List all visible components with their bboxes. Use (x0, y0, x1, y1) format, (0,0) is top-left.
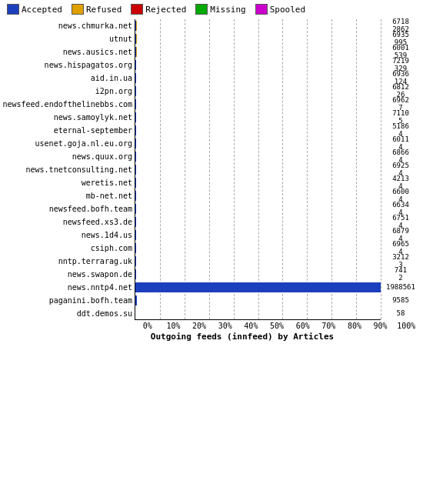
y-label-5: i2pn.org (4, 85, 135, 98)
bar-accepted-6 (135, 99, 136, 109)
y-label-10: news.quux.org (4, 150, 135, 163)
y-label-2: news.ausics.net (4, 45, 135, 58)
legend-item-rejected: Rejected (131, 4, 186, 15)
y-label-11: news.tnetconsulting.net (4, 163, 135, 176)
bar-row-7 (135, 111, 381, 124)
bar-accepted-14 (135, 204, 136, 214)
bar-accepted-12 (135, 178, 136, 188)
y-label-19: news.swapon.de (4, 268, 135, 281)
legend: AcceptedRefusedRejectedMissingSpooled (4, 4, 419, 15)
bar-row-10 (135, 150, 381, 163)
bar-row-5 (135, 85, 381, 98)
bar-accepted-10 (135, 152, 136, 162)
bar-accepted-18 (135, 256, 136, 266)
y-label-6: newsfeed.endofthelinebbs.com (4, 98, 135, 111)
bar-row-14 (135, 202, 381, 215)
x-tick-0: 0% (135, 322, 161, 330)
legend-color-refused (72, 4, 84, 15)
y-label-7: news.samoylyk.net (4, 111, 135, 124)
bar-row-9 (135, 137, 381, 150)
val-row-19: 7412 (381, 268, 419, 281)
bar-row-8 (135, 124, 381, 137)
y-label-8: eternal-september (4, 124, 135, 137)
legend-label-rejected: Rejected (145, 5, 186, 15)
y-label-1: utnut (4, 32, 135, 45)
legend-label-accepted: Accepted (22, 5, 62, 15)
values-area: 6718286269359956001539721932969361246812… (381, 19, 419, 320)
bar-row-4 (135, 72, 381, 85)
legend-item-refused: Refused (72, 4, 122, 15)
bars-area (135, 19, 381, 320)
y-label-18: nntp.terrarag.uk (4, 255, 135, 268)
x-tick-10: 100% (393, 322, 419, 330)
x-tick-2: 20% (186, 322, 212, 330)
y-label-22: ddt.demos.su (4, 307, 135, 320)
val-row-20: 1988561 (381, 281, 419, 294)
bar-accepted-9 (135, 139, 136, 149)
y-label-14: newsfeed.bofh.team (4, 202, 135, 215)
bar-row-18 (135, 255, 381, 268)
grid-line-10 (381, 19, 381, 319)
y-label-21: paganini.bofh.team (4, 294, 135, 307)
y-label-16: news.1d4.us (4, 229, 135, 242)
bar-accepted-8 (135, 125, 136, 135)
x-tick-3: 30% (212, 322, 238, 330)
bar-accepted-11 (135, 165, 136, 175)
bar-row-15 (135, 215, 381, 229)
y-label-0: news.chmurka.net (4, 19, 135, 32)
bar-row-19 (135, 268, 381, 281)
bar-accepted-13 (135, 191, 136, 201)
x-tick-4: 40% (238, 322, 265, 330)
x-axis-title: Outgoing feeds (innfeed) by Articles (4, 332, 419, 342)
bar-accepted-5 (135, 86, 136, 96)
legend-item-accepted: Accepted (7, 4, 62, 15)
bar-accepted-15 (135, 217, 136, 227)
bar-row-0 (135, 19, 381, 32)
bar-row-1 (135, 32, 381, 45)
bar-row-2 (135, 45, 381, 58)
x-tick-8: 80% (341, 322, 368, 330)
x-axis-labels: 0%10%20%30%40%50%60%70%80%90%100% (4, 322, 419, 330)
legend-item-spooled: Spooled (255, 4, 305, 15)
val-accepted-22: 58 (397, 310, 405, 318)
legend-color-accepted (7, 4, 19, 15)
bar-row-20 (135, 281, 381, 294)
legend-color-spooled (255, 4, 268, 15)
bar-row-22 (135, 307, 381, 320)
legend-label-spooled: Spooled (270, 5, 305, 15)
y-label-12: weretis.net (4, 176, 135, 189)
val-row-22: 58 (381, 307, 419, 320)
x-tick-5: 50% (264, 322, 290, 330)
legend-label-missing: Missing (210, 5, 245, 15)
val-row-21: 9585 (381, 294, 419, 307)
y-label-15: newsfeed.xs3.de (4, 215, 135, 229)
y-label-20: news.nntp4.net (4, 281, 135, 294)
legend-label-refused: Refused (86, 5, 122, 15)
val-accepted-20: 1988561 (386, 284, 415, 292)
legend-color-missing (195, 4, 208, 15)
bar-accepted-21 (135, 295, 137, 305)
bar-row-3 (135, 58, 381, 72)
bar-accepted-7 (135, 112, 136, 122)
bar-accepted-16 (135, 230, 136, 240)
val-accepted-21: 9585 (392, 297, 409, 305)
bar-accepted-20 (135, 282, 381, 292)
y-label-9: usenet.goja.nl.eu.org (4, 137, 135, 150)
bar-row-12 (135, 176, 381, 189)
bar-row-16 (135, 229, 381, 242)
chart-container: AcceptedRefusedRejectedMissingSpooled ne… (0, 0, 423, 504)
y-label-17: csiph.com (4, 242, 135, 255)
bar-row-11 (135, 163, 381, 176)
bar-accepted-17 (135, 243, 136, 253)
x-tick-7: 70% (315, 322, 341, 330)
legend-item-missing: Missing (195, 4, 245, 15)
legend-color-rejected (131, 4, 143, 15)
y-label-4: aid.in.ua (4, 72, 135, 85)
y-label-3: news.hispagatos.org (4, 58, 135, 72)
y-axis-labels: news.chmurka.netutnutnews.ausics.netnews… (4, 19, 135, 320)
bar-row-21 (135, 294, 381, 307)
bar-row-13 (135, 189, 381, 202)
x-tick-1: 10% (161, 322, 187, 330)
bar-row-17 (135, 242, 381, 255)
x-tick-6: 60% (290, 322, 316, 330)
